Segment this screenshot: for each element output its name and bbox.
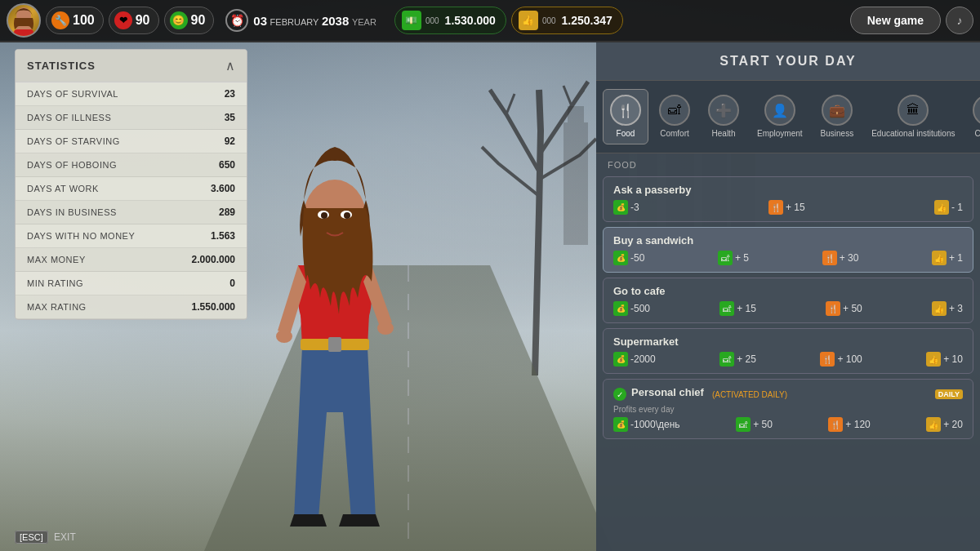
comfort-value: + 15 (737, 303, 756, 314)
stat-value: 92 (225, 136, 235, 147)
cat-tab-food[interactable]: 🍴 Food (603, 89, 648, 144)
svg-point-15 (377, 322, 394, 335)
stat-row: DAYS AT WORK 3.600 (16, 177, 247, 201)
rating-value: + 10 (943, 353, 963, 365)
mood-value: 90 (191, 13, 206, 28)
comfort-icon: 🛋 (659, 95, 690, 126)
statistics-panel: STATISTICS ∧ DAYS OF SURVIVAL 23 DAYS OF… (15, 49, 247, 320)
stat-value: 0 (229, 278, 235, 289)
coin-icon: 💰 (613, 200, 628, 215)
personal-chief-header: ✓ Personal chief (ACTIVATED DAILY) DAILY (613, 386, 963, 402)
health-icon: ❤ (114, 11, 132, 29)
health-value: 90 (136, 13, 150, 28)
cost-value: -1000\день (630, 419, 680, 430)
food-item-personal_chief[interactable]: ✓ Personal chief (ACTIVATED DAILY) DAILY… (603, 379, 973, 439)
food-item-go_to_cafe[interactable]: Go to cafe 💰 -500 🛋 + 15 🍴 + 50 👍 + 3 (603, 278, 973, 323)
rating-value: + 20 (943, 419, 963, 430)
hunger-value: 100 (73, 13, 95, 28)
cat-tab-business[interactable]: 💼 Business (813, 89, 862, 144)
food-list: Ask a passerby 💰 -3 🍴 + 15 👍 - 1 Buy a (596, 173, 980, 551)
cost-value: -3 (630, 202, 639, 213)
food-item-name: Personal chief (631, 386, 704, 398)
mood-icon: 😊 (170, 11, 188, 29)
health-icon: ➕ (708, 95, 739, 126)
cat-tab-comfort[interactable]: 🛋 Comfort (652, 89, 697, 144)
stat-label: DAYS OF ILLNESS (27, 113, 111, 122)
comfort-value: + 5 (735, 252, 749, 264)
reward-food: 🍴 + 120 (828, 417, 870, 432)
rating-icon: 👍 (926, 352, 941, 367)
food-icon: 🍴 (828, 417, 843, 432)
food-item-ask_passerby[interactable]: Ask a passerby 💰 -3 🍴 + 15 👍 - 1 (603, 176, 973, 222)
avatar[interactable] (7, 3, 41, 38)
cat-tab-health[interactable]: ➕ Health (701, 89, 746, 144)
food-item-stats: 💰 -2000 🛋 + 25 🍴 + 100 👍 + 10 (613, 352, 963, 367)
cat-tab-employment[interactable]: 👤 Employment (750, 89, 810, 144)
food-value: + 15 (786, 202, 805, 213)
reward-rating: 👍 + 10 (926, 352, 963, 367)
statistics-collapse-button[interactable]: ∧ (225, 58, 235, 73)
reward-food: 🍴 + 30 (822, 251, 859, 265)
rating-icon: 👍 (926, 417, 941, 432)
food-value: + 30 (840, 252, 859, 264)
daily-badge: DAILY (935, 389, 963, 399)
coin-icon: 💰 (613, 417, 628, 432)
educational-label: Educational institutions (871, 129, 955, 139)
food-icon: 🍴 (768, 200, 783, 215)
panel-title: START YOUR DAY (719, 54, 856, 68)
date-text: 03 FEBRUARY 2038 YEAR (253, 14, 376, 28)
stat-row: MAX MONEY 2.000.000 (16, 248, 247, 272)
rating-value: + 1 (949, 252, 963, 264)
esc-hint: [ESC] EXIT (15, 531, 76, 543)
hunger-icon: 🔧 (51, 11, 69, 29)
clothes-icon: 🛒 (973, 95, 980, 126)
svg-rect-24 (14, 29, 33, 36)
food-item-supermarket[interactable]: Supermarket 💰 -2000 🛋 + 25 🍴 + 100 👍 + 1… (603, 328, 973, 374)
hunger-stat: 🔧 100 (46, 7, 104, 34)
stat-value: 3.600 (211, 183, 235, 194)
comfort-icon: 🛋 (736, 417, 751, 432)
stat-value: 289 (219, 207, 235, 218)
rating-value: + 3 (949, 303, 963, 314)
reward-comfort: 🛋 + 5 (718, 251, 749, 265)
music-button[interactable]: ♪ (946, 7, 973, 34)
food-item-stats: 💰 -1000\день 🛋 + 50 🍴 + 120 👍 + 20 (613, 417, 963, 432)
stat-value: 1.563 (211, 230, 235, 242)
coin-icon: 💰 (613, 301, 628, 316)
stat-row: DAYS OF HOBOING 650 (16, 153, 247, 177)
stat-label: DAYS AT WORK (27, 184, 99, 193)
cost-value: -2000 (630, 353, 656, 365)
stat-value: 2.000.000 (192, 254, 235, 265)
cat-tab-educational[interactable]: 🏛 Educational institutions (864, 89, 962, 144)
stat-label: DAYS OF STARVING (27, 136, 120, 146)
rating-value: 1.250.347 (562, 14, 612, 27)
food-value: + 120 (845, 419, 870, 430)
food-label: Food (617, 129, 635, 139)
stat-label: DAYS WITH NO MONEY (27, 231, 135, 241)
coin-icon: 💰 (613, 251, 628, 265)
section-label: FOOD (596, 153, 980, 173)
reward-comfort: 🛋 + 50 (736, 417, 773, 432)
money-value: 1.530.000 (445, 14, 496, 27)
reward-rating: 👍 + 3 (932, 301, 963, 316)
comfort-icon: 🛋 (719, 301, 734, 316)
health-label: Health (712, 129, 736, 139)
rating-icon: 👍 (932, 301, 947, 316)
category-tabs: 🍴 Food 🛋 Comfort ➕ Health 👤 Employment 💼… (596, 81, 980, 153)
money-display: 💵 000 1.530.000 (394, 7, 506, 34)
reward-comfort: 🛋 + 15 (719, 301, 756, 316)
new-game-button[interactable]: New game (850, 7, 941, 34)
comfort-value: + 50 (753, 419, 773, 430)
check-icon: ✓ (613, 388, 626, 401)
cat-tab-clothes[interactable]: 🛒 Clothes (965, 89, 980, 144)
food-item-name: Go to cafe (613, 285, 963, 297)
reward-food: 🍴 + 50 (826, 301, 862, 316)
rating-icon: 👍 (934, 200, 949, 215)
food-item-stats: 💰 -3 🍴 + 15 👍 - 1 (613, 200, 963, 215)
food-icon: 🍴 (610, 95, 641, 126)
panel-header: START YOUR DAY (596, 42, 980, 81)
rating-display: 👍 000 1.250.347 (511, 7, 623, 34)
clothes-label: Clothes (975, 129, 981, 139)
food-item-buy_sandwich[interactable]: Buy a sandwich 💰 -50 🛋 + 5 🍴 + 30 👍 + 1 (603, 227, 973, 273)
reward-rating: 👍 - 1 (934, 200, 963, 215)
